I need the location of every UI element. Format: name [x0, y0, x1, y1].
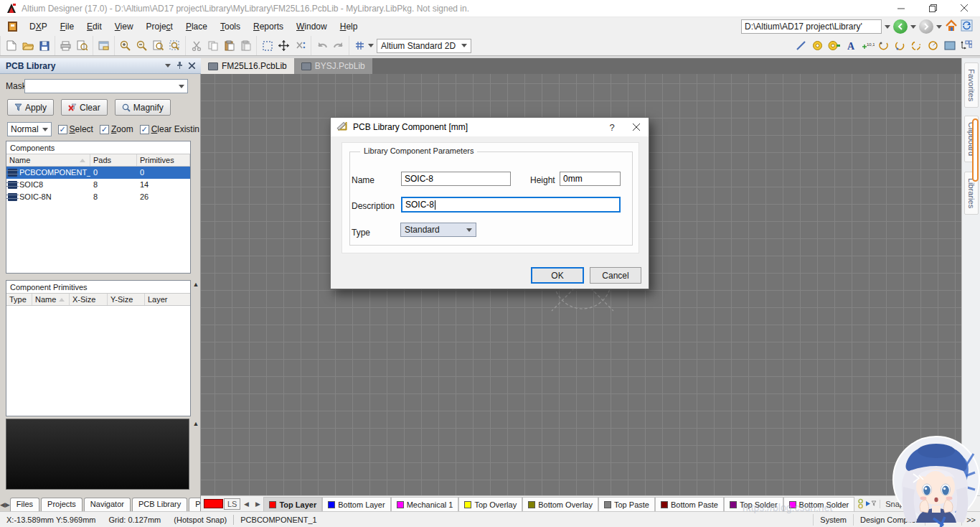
collapse-up-icon[interactable]: ▲	[192, 281, 199, 288]
menu-view[interactable]: View	[108, 19, 140, 34]
address-dropdown-icon[interactable]	[885, 25, 890, 29]
close-button[interactable]	[948, 0, 980, 17]
place-arc-edge-button[interactable]	[892, 38, 908, 54]
column-y-size[interactable]: Y-Size	[108, 294, 145, 305]
component-row[interactable]: SOIC8814	[6, 179, 190, 191]
cut-button[interactable]	[188, 38, 204, 54]
zoom-in-button[interactable]	[117, 38, 133, 54]
column-x-size[interactable]: X-Size	[70, 294, 108, 305]
mask-level-button[interactable]: Ma	[909, 500, 930, 508]
cancel-button[interactable]: Cancel	[590, 267, 641, 284]
print-button[interactable]	[57, 38, 74, 54]
menu-reports[interactable]: Reports	[247, 19, 290, 34]
menu-edit[interactable]: Edit	[80, 19, 108, 34]
workspace-tab-projects[interactable]: Projects	[41, 498, 83, 511]
status-tab-shortc[interactable]: Shortc	[925, 514, 961, 526]
new-document-button[interactable]	[3, 38, 19, 54]
layers-scroll-left-icon[interactable]: ◀	[240, 498, 252, 510]
layer-pair-icon[interactable]	[857, 498, 864, 509]
place-arc-any-angle-button[interactable]	[908, 38, 925, 54]
layers-scroll-right-icon[interactable]: ▶	[252, 498, 263, 510]
undo-button[interactable]	[314, 38, 330, 54]
panel-tab-favorites[interactable]: Favorites	[964, 62, 979, 108]
forward-dropdown-icon[interactable]	[936, 25, 942, 29]
checkbox-select[interactable]: ✓Select	[58, 124, 93, 134]
zoom-out-button[interactable]	[133, 38, 150, 54]
place-full-circle-button[interactable]	[925, 38, 941, 54]
collapse-up-icon[interactable]: ▲	[192, 420, 199, 427]
layer-tab-top-layer[interactable]: Top Layer	[263, 497, 322, 511]
layer-tab-top-paste[interactable]: Top Paste	[598, 497, 655, 511]
workspace-tab-pcb-library[interactable]: PCB Library	[132, 498, 187, 511]
panel-scroll-indicator[interactable]	[972, 118, 979, 182]
grid-button[interactable]	[352, 38, 368, 54]
place-pad-button[interactable]	[809, 38, 826, 54]
workspace-tab-navigator[interactable]: Navigator	[84, 498, 131, 511]
layer-filter-icon[interactable]	[865, 499, 877, 508]
column-type[interactable]: Type	[6, 294, 32, 305]
layer-tab-bottom-paste[interactable]: Bottom Paste	[655, 497, 724, 511]
copy-button[interactable]	[204, 38, 221, 54]
workspace-tab-files[interactable]: Files	[10, 498, 39, 511]
forward-button[interactable]	[919, 19, 933, 34]
view-mode-combo[interactable]: Altium Standard 2D	[377, 39, 471, 53]
paste-array-button[interactable]	[958, 38, 974, 54]
mask-combo[interactable]	[24, 79, 188, 93]
ok-button[interactable]: OK	[531, 267, 584, 284]
mode-combo[interactable]: Normal	[7, 122, 52, 136]
doc-tab-bysj-pcblib[interactable]: BYSJ.PcbLib	[294, 58, 372, 74]
snap-button[interactable]: Snap	[880, 500, 909, 508]
place-arc-center-button[interactable]	[875, 38, 892, 54]
paste-special-button[interactable]	[237, 38, 254, 54]
layer-tab-mechanical-1[interactable]: Mechanical 1	[391, 497, 459, 511]
name-input[interactable]	[401, 172, 511, 186]
column-prim-name[interactable]: Name	[32, 294, 70, 305]
menu-help[interactable]: Help	[334, 19, 364, 34]
layer-tab-bottom-overlay[interactable]: Bottom Overlay	[522, 497, 598, 511]
apply-button[interactable]: Apply	[7, 99, 54, 116]
layer-set-button[interactable]: LS	[224, 498, 240, 510]
place-coordinate-button[interactable]: 10,10	[859, 38, 875, 54]
menu-place[interactable]: Place	[179, 19, 214, 34]
save-button[interactable]	[36, 38, 52, 54]
refresh-button[interactable]	[961, 19, 973, 34]
tabs-scroll-left-icon[interactable]: ◀	[0, 498, 5, 511]
menu-dxp[interactable]: DXP	[23, 19, 54, 34]
component-row[interactable]: PCBCOMPONENT_00	[6, 167, 190, 179]
place-via-button[interactable]	[826, 38, 842, 54]
place-fill-button[interactable]	[941, 38, 958, 54]
column-name[interactable]: Name	[6, 154, 90, 166]
minimize-button[interactable]	[885, 0, 917, 17]
move-button[interactable]	[275, 38, 292, 54]
menu-file[interactable]: File	[54, 19, 80, 34]
layer-tab-top-overlay[interactable]: Top Overlay	[458, 497, 522, 511]
clear-button[interactable]: Clear	[61, 99, 108, 116]
layer-tab-bottom-layer[interactable]: Bottom Layer	[322, 497, 390, 511]
print-preview-button[interactable]	[74, 38, 90, 54]
current-layer-swatch[interactable]	[204, 499, 223, 508]
menu-project[interactable]: Project	[140, 19, 179, 34]
back-button[interactable]	[893, 19, 908, 34]
maximize-button[interactable]	[917, 0, 948, 17]
zoom-area-button[interactable]	[166, 38, 183, 54]
type-combo[interactable]: Standard	[400, 223, 476, 237]
back-dropdown-icon[interactable]	[910, 25, 916, 29]
height-input[interactable]	[560, 172, 621, 186]
description-input[interactable]: SOIC-8	[401, 197, 621, 213]
component-row[interactable]: SOIC-8N826	[6, 191, 190, 203]
menu-window[interactable]: Window	[290, 19, 334, 34]
status-tab-system[interactable]: System	[813, 514, 853, 526]
tabs-scroll-right-icon[interactable]: ▶	[5, 498, 10, 511]
place-string-button[interactable]: A	[842, 38, 859, 54]
panel-menu-icon[interactable]	[165, 64, 171, 67]
dialog-close-button[interactable]	[624, 118, 649, 136]
more-panels-button[interactable]: >>	[961, 514, 980, 526]
place-line-button[interactable]	[793, 38, 809, 54]
select-area-button[interactable]	[259, 38, 275, 54]
address-combo[interactable]: D:\Altium\AD17 project\Library'	[741, 19, 882, 34]
checkbox-zoom[interactable]: ✓Zoom	[100, 124, 133, 134]
column-primitives[interactable]: Primitives	[137, 154, 190, 166]
menu-tools[interactable]: Tools	[214, 19, 247, 34]
magnify-button[interactable]: Magnify	[115, 99, 171, 116]
cross-probe-button[interactable]	[292, 38, 308, 54]
